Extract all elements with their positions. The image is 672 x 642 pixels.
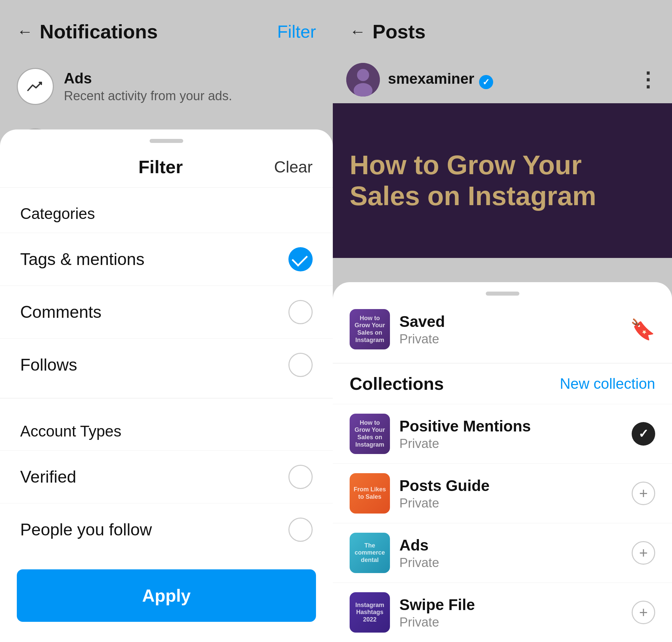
saved-name: Saved bbox=[399, 312, 445, 331]
saved-row[interactable]: How to Grow Your Sales on Instagram Save… bbox=[333, 296, 672, 363]
ads-plus[interactable] bbox=[632, 541, 655, 565]
collection-item-swipe-file[interactable]: Instagram Hashtags 2022 Swipe File Priva… bbox=[333, 582, 672, 642]
filter-sheet-header: Filter Clear bbox=[0, 143, 333, 188]
filter-row-comments[interactable]: Comments bbox=[0, 285, 333, 338]
saved-thumb: How to Grow Your Sales on Instagram bbox=[350, 309, 390, 349]
pm-thumb-text: How to Grow Your Sales on Instagram bbox=[350, 418, 390, 450]
author-avatar bbox=[346, 63, 380, 97]
tags-mentions-radio[interactable] bbox=[288, 247, 313, 271]
verified-label: Verified bbox=[20, 467, 76, 487]
people-follow-radio[interactable] bbox=[288, 517, 313, 542]
post-banner: How to Grow Your Sales on Instagram bbox=[333, 103, 672, 258]
left-panel: ← Notifications Filter Ads Recent activi… bbox=[0, 0, 333, 642]
ads-collection-name: Ads bbox=[399, 536, 439, 554]
new-collection-button[interactable]: New collection bbox=[560, 375, 655, 392]
swipe-file-name: Swipe File bbox=[399, 595, 475, 614]
swipe-file-plus[interactable] bbox=[632, 601, 655, 624]
saved-thumb-text: How to Grow Your Sales on Instagram bbox=[350, 313, 390, 346]
bookmark-icon: 🔖 bbox=[630, 318, 655, 341]
swipe-file-info: Swipe File Private bbox=[399, 595, 475, 630]
ads-collection-left: The commerce dental Ads Private bbox=[350, 533, 439, 573]
pg-thumb-bg: From Likes to Sales bbox=[350, 473, 390, 514]
filter-row-people-follow[interactable]: People you follow bbox=[0, 503, 333, 556]
clear-button[interactable]: Clear bbox=[274, 158, 313, 176]
swipe-file-privacy: Private bbox=[399, 615, 475, 630]
author-info[interactable]: smexaminer bbox=[346, 63, 493, 97]
swipe-file-left: Instagram Hashtags 2022 Swipe File Priva… bbox=[350, 592, 475, 632]
pm-thumb-bg: How to Grow Your Sales on Instagram bbox=[350, 414, 390, 454]
filter-link[interactable]: Filter bbox=[277, 22, 316, 42]
ads-collection-privacy: Private bbox=[399, 555, 439, 570]
ads-collection-info: Ads Private bbox=[399, 536, 439, 570]
verified-radio[interactable] bbox=[288, 465, 313, 489]
posts-header: ← Posts bbox=[333, 0, 672, 56]
saved-thumb-bg: How to Grow Your Sales on Instagram bbox=[350, 309, 390, 349]
sf-thumb-text: Instagram Hashtags 2022 bbox=[350, 600, 390, 626]
notif-ads-title: Ads bbox=[64, 70, 232, 87]
sheet-handle bbox=[150, 139, 183, 143]
notif-ads-subtitle: Recent activity from your ads. bbox=[64, 89, 232, 103]
categories-section-label: Categories bbox=[0, 188, 333, 233]
follows-radio[interactable] bbox=[288, 353, 313, 377]
filter-row-verified[interactable]: Verified bbox=[0, 450, 333, 503]
sf-thumb-bg: Instagram Hashtags 2022 bbox=[350, 592, 390, 632]
positive-mentions-check[interactable] bbox=[632, 422, 655, 446]
positive-mentions-info: Positive Mentions Private bbox=[399, 417, 531, 451]
ads-icon-circle bbox=[17, 68, 54, 105]
collections-heading: Collections bbox=[350, 374, 444, 394]
collection-item-ads[interactable]: The commerce dental Ads Private bbox=[333, 523, 672, 582]
filter-title: Filter bbox=[47, 156, 274, 177]
author-name: smexaminer bbox=[388, 70, 474, 87]
swipe-file-thumb: Instagram Hashtags 2022 bbox=[350, 592, 390, 632]
filter-row-tags-mentions[interactable]: Tags & mentions bbox=[0, 233, 333, 285]
posts-guide-info: Posts Guide Private bbox=[399, 477, 490, 511]
notif-item-ads[interactable]: Ads Recent activity from your ads. bbox=[0, 56, 333, 117]
collections-header-row: Collections New collection bbox=[333, 363, 672, 404]
saved-privacy: Private bbox=[399, 332, 445, 346]
verified-badge-icon bbox=[479, 75, 493, 89]
svg-point-3 bbox=[357, 69, 369, 81]
section-divider bbox=[0, 398, 333, 399]
filter-row-follows[interactable]: Follows bbox=[0, 338, 333, 391]
posts-back-arrow-icon[interactable]: ← bbox=[350, 22, 366, 41]
account-types-section-label: Account Types bbox=[0, 405, 333, 450]
more-options-icon[interactable]: ⋮ bbox=[638, 68, 659, 91]
back-arrow-icon[interactable]: ← bbox=[17, 22, 33, 41]
ads-thumb-text: The commerce dental bbox=[350, 540, 390, 566]
post-banner-text: How to Grow Your Sales on Instagram bbox=[350, 150, 655, 211]
notifications-header: ← Notifications Filter bbox=[0, 0, 333, 56]
posts-guide-thumb: From Likes to Sales bbox=[350, 473, 390, 514]
posts-guide-plus[interactable] bbox=[632, 482, 655, 505]
saved-info: Saved Private bbox=[399, 312, 445, 346]
notifications-title: Notifications bbox=[40, 20, 158, 43]
chart-icon bbox=[27, 78, 44, 95]
filter-sheet: Filter Clear Categories Tags & mentions … bbox=[0, 129, 333, 642]
apply-button[interactable]: Apply bbox=[17, 569, 316, 622]
posts-title: Posts bbox=[373, 20, 426, 43]
posts-guide-name: Posts Guide bbox=[399, 477, 490, 495]
ads-thumb: The commerce dental bbox=[350, 533, 390, 573]
posts-guide-privacy: Private bbox=[399, 496, 490, 511]
right-panel: ← Posts smexaminer ⋮ How to Grow Your Sa… bbox=[333, 0, 672, 642]
post-author-row: smexaminer ⋮ bbox=[333, 56, 672, 103]
positive-mentions-left: How to Grow Your Sales on Instagram Posi… bbox=[350, 414, 531, 454]
avatar-image bbox=[346, 63, 380, 97]
notif-ads-text: Ads Recent activity from your ads. bbox=[64, 70, 232, 103]
collections-sheet: How to Grow Your Sales on Instagram Save… bbox=[333, 282, 672, 642]
positive-mentions-name: Positive Mentions bbox=[399, 417, 531, 435]
collection-item-posts-guide[interactable]: From Likes to Sales Posts Guide Private bbox=[333, 463, 672, 523]
posts-guide-left: From Likes to Sales Posts Guide Private bbox=[350, 473, 490, 514]
comments-label: Comments bbox=[20, 302, 102, 322]
people-follow-label: People you follow bbox=[20, 520, 152, 539]
positive-mentions-thumb: How to Grow Your Sales on Instagram bbox=[350, 414, 390, 454]
saved-left: How to Grow Your Sales on Instagram Save… bbox=[350, 309, 445, 349]
comments-radio[interactable] bbox=[288, 300, 313, 324]
ads-thumb-bg: The commerce dental bbox=[350, 533, 390, 573]
pg-thumb-text: From Likes to Sales bbox=[350, 484, 390, 502]
collections-handle bbox=[486, 292, 519, 296]
tags-mentions-label: Tags & mentions bbox=[20, 249, 144, 269]
positive-mentions-privacy: Private bbox=[399, 437, 531, 451]
follows-label: Follows bbox=[20, 355, 77, 375]
collection-item-positive-mentions[interactable]: How to Grow Your Sales on Instagram Posi… bbox=[333, 404, 672, 463]
